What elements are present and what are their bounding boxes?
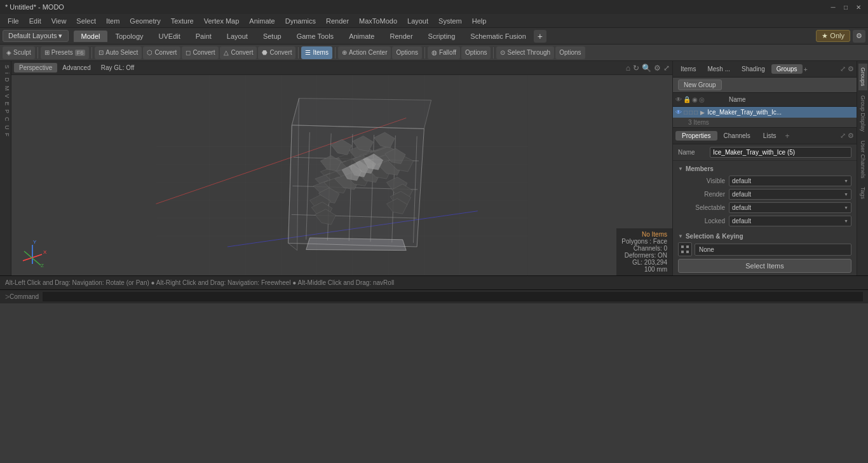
minimize-button[interactable]: ─ <box>829 3 837 11</box>
sidebar-mesh[interactable]: M <box>1 85 10 92</box>
sidebar-poly[interactable]: P <box>1 108 10 114</box>
maximize-button[interactable]: □ <box>841 3 850 11</box>
none-button[interactable]: None <box>695 244 851 256</box>
edge-tab-user-channels[interactable]: User Channels <box>858 137 867 183</box>
group-main-item[interactable]: 👁 □ □ □ ▶ Ice_Maker_Tray_with_Ic... <box>673 107 857 118</box>
tab-topology[interactable]: Topology <box>107 31 151 42</box>
tab-render[interactable]: Render <box>382 31 420 42</box>
viewport-canvas[interactable]: Y X Z No Items Polygons : Face Channels:… <box>11 75 672 275</box>
presets-button[interactable]: ⊞ Presets F6 <box>41 46 89 59</box>
tab-mesh[interactable]: Mesh ... <box>702 64 735 74</box>
cmd-expand-icon[interactable]: > <box>5 293 10 301</box>
visible-dropdown[interactable]: default <box>729 176 851 186</box>
menu-file[interactable]: File <box>3 16 24 26</box>
menu-item[interactable]: Item <box>101 16 125 26</box>
menu-maxtomodo[interactable]: MaxToModo <box>354 16 402 26</box>
viewport-tab-raygl[interactable]: Ray GL: Off <box>96 63 140 73</box>
viewport-tab-perspective[interactable]: Perspective <box>14 63 57 73</box>
edge-tab-tags[interactable]: Tags <box>858 183 867 203</box>
name-input[interactable] <box>710 147 851 158</box>
edge-tab-group-display[interactable]: Group Display <box>858 92 867 135</box>
tab-animate[interactable]: Animate <box>341 31 382 42</box>
menu-texture[interactable]: Texture <box>166 16 199 26</box>
add-tab-button[interactable]: + <box>804 66 808 73</box>
viewport-search-icon[interactable]: 🔍 <box>642 64 651 73</box>
sidebar-fur[interactable]: F <box>1 132 10 138</box>
viewport-expand-icon[interactable]: ⤢ <box>663 64 670 73</box>
menu-system[interactable]: System <box>433 16 467 26</box>
sidebar-edge[interactable]: E <box>1 100 10 107</box>
sidebar-item-btn[interactable]: i <box>1 71 10 75</box>
layout-settings-button[interactable]: ⚙ <box>853 30 865 43</box>
render-dropdown[interactable]: default <box>729 189 851 200</box>
menu-select[interactable]: Select <box>71 16 101 26</box>
options1-button[interactable]: Options <box>392 46 421 59</box>
props-expand-icon[interactable]: ⤢ <box>840 132 846 140</box>
items-button[interactable]: ☰ Items <box>301 46 332 59</box>
viewport-settings-icon[interactable]: ⚙ <box>654 64 661 73</box>
convert4-button[interactable]: ⬣ Convert <box>258 46 295 59</box>
svg-rect-80 <box>686 245 689 248</box>
falloff-button[interactable]: ◍ Falloff <box>428 46 460 59</box>
panel-expand-icon[interactable]: ⤢ <box>840 65 846 73</box>
options2-button[interactable]: Options <box>461 46 491 59</box>
command-input[interactable] <box>43 292 863 301</box>
tab-groups[interactable]: Groups <box>771 64 803 74</box>
viewport-refresh-icon[interactable]: ↻ <box>633 64 639 73</box>
tab-game-tools[interactable]: Game Tools <box>289 31 342 42</box>
props-settings-icon[interactable]: ⚙ <box>848 132 854 140</box>
convert1-button[interactable]: ⬡ Convert <box>143 46 180 59</box>
sidebar-uv[interactable]: U <box>1 124 10 131</box>
sculpt-button[interactable]: ◈ Sculpt <box>3 46 35 59</box>
layouts-dropdown[interactable]: Default Layouts ▾ <box>3 30 69 42</box>
edge-tab-groups[interactable]: Groups <box>858 64 867 90</box>
sidebar-dup[interactable]: D <box>1 76 10 83</box>
tab-uvedit[interactable]: UVEdit <box>151 31 188 42</box>
menu-layout[interactable]: Layout <box>402 16 433 26</box>
only-button[interactable]: ★ Only <box>816 30 850 42</box>
selectable-dropdown[interactable]: default <box>729 202 851 213</box>
tab-setup[interactable]: Setup <box>255 31 289 42</box>
tab-items[interactable]: Items <box>675 64 701 74</box>
menu-animate[interactable]: Animate <box>244 16 280 26</box>
props-tabs: Properties Channels Lists + ⤢ ⚙ <box>673 128 857 144</box>
tab-scripting[interactable]: Scripting <box>421 31 463 42</box>
tab-channels[interactable]: Channels <box>717 131 757 141</box>
menu-edit[interactable]: Edit <box>24 16 46 26</box>
convert3-button[interactable]: △ Convert <box>220 46 257 59</box>
menu-render[interactable]: Render <box>321 16 354 26</box>
tab-model[interactable]: Model <box>74 31 108 42</box>
locked-dropdown[interactable]: default <box>729 216 851 226</box>
auto-select-button[interactable]: ⊡ Auto Select <box>95 46 142 59</box>
panel-settings-icon[interactable]: ⚙ <box>848 65 854 73</box>
groups-panel: New Group 👁 🔒 ◉ ◎ Name 👁 □ □ □ <box>673 78 857 127</box>
sidebar-component[interactable]: C <box>1 116 10 123</box>
action-center-button[interactable]: ⊕ Action Center <box>338 46 391 59</box>
add-tab-button[interactable]: + <box>534 30 546 43</box>
menu-help[interactable]: Help <box>467 16 492 26</box>
tab-shading[interactable]: Shading <box>736 64 770 74</box>
keying-icon[interactable] <box>678 242 692 256</box>
convert2-button[interactable]: ◻ Convert <box>182 46 219 59</box>
tab-paint[interactable]: Paint <box>188 31 219 42</box>
menu-dynamics[interactable]: Dynamics <box>280 16 321 26</box>
sidebar-vert[interactable]: V <box>1 93 10 99</box>
group-expand-icon[interactable]: ▶ <box>700 109 705 116</box>
tab-schematic-fusion[interactable]: Schematic Fusion <box>463 31 533 42</box>
sidebar-sculpt[interactable]: S <box>1 64 10 70</box>
tab-layout[interactable]: Layout <box>219 31 255 42</box>
viewport-tab-advanced[interactable]: Advanced <box>57 63 95 73</box>
svg-text:X: X <box>43 249 47 255</box>
menu-view[interactable]: View <box>46 16 72 26</box>
tab-lists[interactable]: Lists <box>757 131 783 141</box>
tab-properties[interactable]: Properties <box>675 131 717 141</box>
close-button[interactable]: ✕ <box>854 3 863 11</box>
menu-vertex-map[interactable]: Vertex Map <box>199 16 245 26</box>
options3-button[interactable]: Options <box>555 46 585 59</box>
select-through-button[interactable]: ⊙ Select Through <box>496 46 554 59</box>
viewport-home-icon[interactable]: ⌂ <box>626 64 630 73</box>
new-group-button[interactable]: New Group <box>678 79 722 90</box>
menu-geometry[interactable]: Geometry <box>125 16 165 26</box>
tab-add-icon[interactable]: + <box>785 132 789 141</box>
select-items-button[interactable]: Select Items <box>678 259 851 273</box>
